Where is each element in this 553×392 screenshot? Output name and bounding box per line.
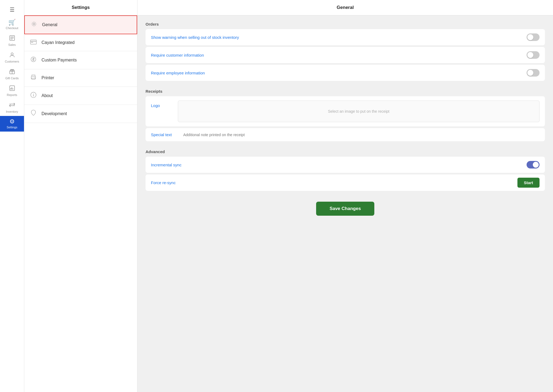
receipts-section: Receipts Logo Select an image to put on … [146, 89, 545, 143]
employee-info-toggle[interactable] [527, 69, 540, 77]
settings-item-about-label: About [42, 93, 53, 98]
settings-icon: ⚙ [9, 119, 15, 125]
svg-point-22 [34, 77, 35, 78]
settings-panel: Settings General Cayan In [24, 0, 137, 392]
incremental-sync-row: Incremental sync [146, 157, 545, 173]
settings-item-printer[interactable]: Printer [24, 69, 137, 87]
settings-item-about[interactable]: About [24, 87, 137, 105]
customers-icon [9, 52, 15, 59]
settings-item-printer-label: Printer [42, 75, 54, 80]
sidebar-item-settings[interactable]: ⚙ Settings [0, 116, 24, 132]
sidebar-item-sales-label: Sales [8, 43, 16, 46]
sidebar-item-customers-label: Customers [5, 60, 19, 63]
sidebar-item-sales[interactable]: Sales [0, 32, 24, 49]
settings-item-general-label: General [42, 22, 57, 27]
logo-upload-area[interactable]: Select an image to put on the receipt [178, 101, 540, 122]
customer-info-row: Require customer information [146, 47, 545, 63]
sidebar-item-inventory-label: Inventory [6, 110, 18, 113]
receipts-section-title: Receipts [146, 89, 545, 94]
main-title: General [337, 5, 354, 10]
sidebar-item-giftcards-label: Gift Cards [5, 77, 19, 80]
main-header: General [137, 0, 553, 15]
svg-point-14 [33, 23, 35, 25]
sidebar-item-giftcards[interactable]: Gift Cards [0, 66, 24, 82]
customer-info-label: Require customer information [151, 53, 204, 57]
svg-point-15 [32, 22, 36, 26]
orders-section: Orders Show warning when selling out of … [146, 22, 545, 82]
employee-info-row: Require employee information [146, 65, 545, 81]
sidebar-item-inventory[interactable]: Inventory [0, 99, 24, 116]
stock-warning-row: Show warning when selling out of stock i… [146, 29, 545, 45]
settings-item-general[interactable]: General [24, 15, 137, 34]
force-resync-label: Force re-sync [151, 180, 176, 185]
checkout-icon: 🛒 [8, 19, 16, 25]
content-body: Orders Show warning when selling out of … [137, 15, 553, 222]
development-icon [30, 110, 37, 118]
stock-warning-toggle[interactable] [527, 33, 540, 41]
sidebar-item-customers[interactable]: Customers [0, 49, 24, 66]
settings-item-development[interactable]: Development [24, 105, 137, 123]
settings-item-cayan-label: Cayan Integrated [42, 40, 75, 45]
sidebar-item-checkout-label: Checkout [6, 26, 18, 30]
incremental-sync-label: Incremental sync [151, 163, 181, 167]
sidebar-item-settings-label: Settings [7, 126, 18, 129]
settings-item-custom-payments[interactable]: Custom Payments [24, 51, 137, 69]
special-text-input[interactable] [183, 133, 540, 137]
about-icon [30, 92, 37, 100]
sidebar-item-checkout[interactable]: 🛒 Checkout [0, 17, 24, 32]
incremental-sync-toggle[interactable] [527, 161, 540, 169]
cayan-icon [30, 39, 37, 46]
settings-title: Settings [72, 5, 90, 10]
settings-header: Settings [24, 0, 137, 15]
logo-row: Logo Select an image to put on the recei… [146, 96, 545, 126]
inventory-icon [9, 102, 15, 109]
advanced-section-title: Advanced [146, 149, 545, 154]
settings-item-custom-payments-label: Custom Payments [42, 58, 77, 63]
sidebar-nav: ☰ 🛒 Checkout Sales Customers [0, 0, 24, 392]
sales-icon [9, 35, 15, 42]
advanced-section: Advanced Incremental sync Force re-sync … [146, 149, 545, 192]
settings-list: General Cayan Integrated Custom Payme [24, 15, 137, 123]
save-section: Save Changes [146, 202, 545, 216]
sidebar-item-reports-label: Reports [7, 93, 17, 97]
custom-payments-icon [30, 56, 37, 64]
main-content: General Orders Show warning when selling… [137, 0, 553, 392]
settings-item-cayan[interactable]: Cayan Integrated [24, 34, 137, 51]
logo-label: Logo [151, 101, 172, 108]
svg-point-25 [33, 94, 34, 94]
orders-section-title: Orders [146, 22, 545, 26]
general-icon [30, 21, 38, 29]
logo-placeholder: Select an image to put on the receipt [328, 109, 389, 114]
customer-info-toggle[interactable] [527, 51, 540, 59]
settings-item-development-label: Development [42, 111, 67, 116]
start-button[interactable]: Start [517, 178, 540, 188]
stock-warning-label: Show warning when selling out of stock i… [151, 35, 239, 40]
employee-info-label: Require employee information [151, 71, 205, 75]
svg-rect-18 [31, 42, 33, 43]
force-resync-row: Force re-sync Start [146, 174, 545, 191]
reports-icon [9, 85, 15, 92]
save-changes-button[interactable]: Save Changes [316, 202, 374, 216]
printer-icon [30, 74, 37, 82]
svg-point-4 [11, 53, 13, 55]
sidebar-item-reports[interactable]: Reports [0, 82, 24, 99]
special-text-label: Special text [151, 132, 178, 137]
hamburger-icon: ☰ [10, 6, 15, 13]
special-text-row: Special text [146, 128, 545, 141]
hamburger-button[interactable]: ☰ [0, 3, 24, 17]
giftcards-icon [9, 68, 15, 75]
